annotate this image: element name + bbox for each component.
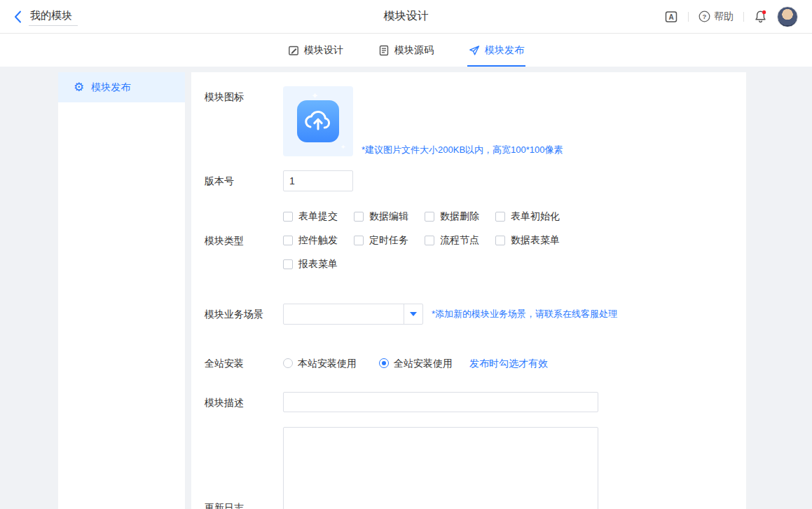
tab-label: 模块源码	[394, 44, 434, 57]
publish-form-panel: 模块图标	[191, 72, 746, 509]
field-label: 全站安装	[205, 353, 283, 374]
module-type-options: 表单提交 数据编辑 数据删除 表单初始化 控件触发 定时任务 流程节点 数据表菜…	[283, 210, 566, 271]
scenario-hint: *添加新的模块业务场景，请联系在线客服处理	[432, 308, 617, 320]
field-label: 模块类型	[205, 233, 283, 247]
app-window: 我的模块 模块设计 A ? 帮助	[0, 0, 812, 509]
checkbox-icon	[495, 236, 505, 245]
tab-label: 模块设计	[304, 44, 343, 57]
checkbox-control-trigger[interactable]: 控件触发	[283, 233, 354, 247]
gear-icon: ⚙	[74, 81, 84, 93]
checkbox-icon	[283, 259, 293, 269]
tab-label: 模块发布	[485, 44, 524, 57]
icon-size-hint: *建议图片文件大小200KB以内，高宽100*100像素	[362, 144, 563, 156]
changelog-textarea[interactable]	[283, 427, 598, 509]
radio-icon	[283, 358, 293, 368]
checkbox-report-menu[interactable]: 报表菜单	[283, 257, 354, 271]
checkbox-icon	[354, 236, 364, 245]
scenario-select[interactable]	[283, 304, 423, 325]
help-button[interactable]: ? 帮助	[699, 11, 734, 23]
checkbox-label: 表单提交	[298, 210, 338, 223]
checkbox-label: 表单初始化	[511, 210, 560, 223]
back-button[interactable]	[14, 11, 22, 23]
checkbox-data-edit[interactable]: 数据编辑	[354, 210, 425, 224]
scenario-select-value	[284, 304, 404, 324]
field-label: 版本号	[205, 170, 283, 191]
radio-label: 本站安装使用	[298, 353, 357, 374]
field-label: 模块业务场景	[205, 304, 283, 325]
checkbox-label: 定时任务	[369, 234, 408, 247]
version-input[interactable]	[283, 170, 353, 191]
svg-text:A: A	[668, 13, 673, 21]
tab-bar: 模块设计 模块源码 模块发布	[0, 34, 812, 67]
scenario-dropdown-button[interactable]	[404, 304, 422, 324]
edit-icon	[288, 45, 299, 56]
main-area: ⚙ 模块发布 模块图标	[0, 67, 812, 509]
description-input[interactable]	[283, 392, 598, 412]
checkbox-icon	[495, 212, 505, 222]
version-row: 版本号	[205, 170, 746, 191]
sidebar-item-module-publish[interactable]: ⚙ 模块发布	[58, 72, 185, 102]
checkbox-icon	[425, 236, 434, 245]
checkbox-label: 流程节点	[440, 234, 479, 247]
checkbox-datatable-menu[interactable]: 数据表菜单	[495, 233, 566, 247]
checkbox-timed-task[interactable]: 定时任务	[354, 233, 425, 247]
module-description-row: 模块描述	[205, 392, 746, 413]
checkbox-icon	[283, 236, 293, 245]
top-header: 我的模块 模块设计 A ? 帮助	[0, 0, 812, 34]
checkbox-label: 控件触发	[298, 234, 338, 247]
user-avatar[interactable]	[777, 6, 798, 27]
tab-module-design[interactable]: 模块设计	[287, 34, 345, 67]
field-label: 模块描述	[205, 392, 283, 413]
question-circle-icon: ?	[699, 11, 710, 22]
checkbox-flow-node[interactable]: 流程节点	[425, 233, 495, 247]
business-scenario-row: 模块业务场景 *添加新的模块业务场景，请联系在线客服处理	[205, 304, 746, 325]
tab-module-publish[interactable]: 模块发布	[467, 34, 525, 67]
checkbox-icon	[283, 212, 293, 222]
paper-plane-icon	[469, 45, 480, 56]
notification-bell-icon[interactable]	[754, 10, 767, 23]
changelog-row: 更新日志	[205, 427, 746, 509]
field-label: 模块图标	[205, 86, 283, 107]
install-effect-link[interactable]: 发布时勾选才有效	[469, 353, 548, 374]
help-label: 帮助	[714, 11, 734, 23]
module-cloud-icon	[296, 100, 340, 143]
radio-icon	[379, 358, 389, 368]
checkbox-label: 数据表菜单	[511, 234, 560, 247]
radio-global-install[interactable]: 全站安装使用	[379, 353, 453, 374]
checkbox-form-submit[interactable]: 表单提交	[283, 210, 354, 224]
checkbox-icon	[354, 212, 364, 222]
sidebar: ⚙ 模块发布	[58, 72, 185, 509]
chevron-left-icon	[14, 11, 22, 23]
document-icon	[378, 45, 390, 56]
icon-upload-area[interactable]	[283, 86, 353, 156]
sidebar-item-label: 模块发布	[91, 81, 130, 94]
module-type-row: 模块类型 表单提交 数据编辑 数据删除 表单初始化 控件触发 定时任务 流程节点…	[205, 210, 746, 271]
header-divider	[743, 12, 744, 22]
svg-text:?: ?	[703, 13, 707, 20]
checkbox-label: 报表菜单	[298, 258, 338, 271]
radio-label: 全站安装使用	[394, 353, 453, 374]
radio-local-install[interactable]: 本站安装使用	[283, 353, 357, 374]
checkbox-icon	[425, 212, 434, 222]
checkbox-label: 数据删除	[440, 210, 479, 223]
install-scope-row: 全站安装 本站安装使用 全站安装使用 发布时勾选才有效	[205, 353, 746, 374]
language-icon[interactable]: A	[664, 10, 678, 24]
checkbox-label: 数据编辑	[369, 210, 408, 223]
breadcrumb-module-name[interactable]: 我的模块	[29, 8, 78, 26]
module-icon-row: 模块图标	[205, 86, 746, 156]
header-divider	[688, 12, 689, 22]
field-label: 更新日志	[205, 497, 283, 509]
tab-module-source[interactable]: 模块源码	[377, 34, 435, 67]
checkbox-data-delete[interactable]: 数据删除	[425, 210, 495, 224]
checkbox-form-init[interactable]: 表单初始化	[495, 210, 566, 224]
chevron-down-icon	[410, 312, 417, 316]
